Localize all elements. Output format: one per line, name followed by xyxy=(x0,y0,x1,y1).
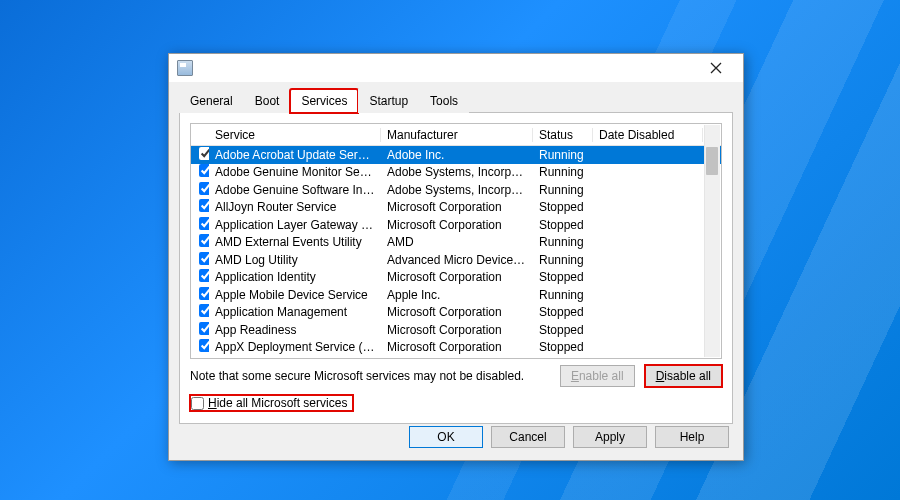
cell-status: Running xyxy=(533,183,593,197)
services-panel: Service Manufacturer Status Date Disable… xyxy=(179,113,733,424)
tab-general[interactable]: General xyxy=(179,89,244,113)
row-checkbox[interactable] xyxy=(199,252,209,265)
cell-manufacturer: Microsoft Corporation xyxy=(381,305,533,319)
table-row[interactable]: Adobe Genuine Software Integri...Adobe S… xyxy=(191,181,721,199)
row-checkbox[interactable] xyxy=(199,322,209,335)
col-manufacturer[interactable]: Manufacturer xyxy=(381,128,533,142)
table-row[interactable]: AMD External Events UtilityAMDRunning xyxy=(191,234,721,252)
enable-all-button[interactable]: Enable all xyxy=(560,365,635,387)
cell-status: Stopped xyxy=(533,270,593,284)
list-header: Service Manufacturer Status Date Disable… xyxy=(191,124,721,146)
close-icon xyxy=(710,62,722,74)
tab-boot[interactable]: Boot xyxy=(244,89,291,113)
tab-startup[interactable]: Startup xyxy=(358,89,419,113)
row-checkbox[interactable] xyxy=(199,147,209,160)
list-body: Adobe Acrobat Update ServiceAdobe Inc.Ru… xyxy=(191,146,721,358)
row-checkbox[interactable] xyxy=(199,287,209,300)
cell-manufacturer: Adobe Inc. xyxy=(381,148,533,162)
cell-manufacturer: Microsoft Corporation xyxy=(381,270,533,284)
row-checkbox[interactable] xyxy=(199,234,209,247)
row-checkbox[interactable] xyxy=(199,269,209,282)
cell-service: AMD Log Utility xyxy=(209,253,381,267)
table-row[interactable]: AppX Deployment Service (AppX...Microsof… xyxy=(191,339,721,357)
cell-service: Application Management xyxy=(209,305,381,319)
cell-status: Running xyxy=(533,235,593,249)
table-row[interactable]: Adobe Acrobat Update ServiceAdobe Inc.Ru… xyxy=(191,146,721,164)
row-checkbox[interactable] xyxy=(199,339,209,352)
cell-manufacturer: Apple Inc. xyxy=(381,288,533,302)
col-date-disabled[interactable]: Date Disabled xyxy=(593,128,703,142)
cell-service: AMD External Events Utility xyxy=(209,235,381,249)
app-icon xyxy=(177,60,193,76)
cell-manufacturer: Microsoft Corporation xyxy=(381,323,533,337)
cell-manufacturer: Microsoft Corporation xyxy=(381,200,533,214)
col-service[interactable]: Service xyxy=(209,128,381,142)
cell-status: Stopped xyxy=(533,305,593,319)
cell-status: Running xyxy=(533,165,593,179)
services-list: Service Manufacturer Status Date Disable… xyxy=(190,123,722,359)
row-checkbox[interactable] xyxy=(199,199,209,212)
row-checkbox[interactable] xyxy=(199,217,209,230)
row-checkbox[interactable] xyxy=(199,182,209,195)
tab-services[interactable]: Services xyxy=(290,89,358,113)
scrollbar[interactable] xyxy=(704,125,720,357)
cell-service: AppX Deployment Service (AppX... xyxy=(209,340,381,354)
cell-service: Adobe Genuine Monitor Service xyxy=(209,165,381,179)
table-row[interactable]: App ReadinessMicrosoft CorporationStoppe… xyxy=(191,321,721,339)
cancel-button[interactable]: Cancel xyxy=(491,426,565,448)
close-button[interactable] xyxy=(697,57,735,79)
cell-service: Application Layer Gateway Service xyxy=(209,218,381,232)
note-text: Note that some secure Microsoft services… xyxy=(190,369,550,383)
table-row[interactable]: Application ManagementMicrosoft Corporat… xyxy=(191,304,721,322)
cell-manufacturer: Adobe Systems, Incorpora... xyxy=(381,165,533,179)
hide-ms-services-checkbox[interactable] xyxy=(191,397,204,410)
cell-service: Application Identity xyxy=(209,270,381,284)
cell-manufacturer: Advanced Micro Devices, I... xyxy=(381,253,533,267)
disable-all-button[interactable]: Disable all xyxy=(645,365,722,387)
cell-service: Adobe Acrobat Update Service xyxy=(209,148,381,162)
msconfig-dialog: GeneralBootServicesStartupTools Service … xyxy=(168,53,744,461)
help-button[interactable]: Help xyxy=(655,426,729,448)
table-row[interactable]: Application IdentityMicrosoft Corporatio… xyxy=(191,269,721,287)
tab-tools[interactable]: Tools xyxy=(419,89,469,113)
cell-status: Stopped xyxy=(533,200,593,214)
cell-service: App Readiness xyxy=(209,323,381,337)
cell-status: Running xyxy=(533,253,593,267)
cell-status: Running xyxy=(533,148,593,162)
table-row[interactable]: AllJoyn Router ServiceMicrosoft Corporat… xyxy=(191,199,721,217)
cell-status: Stopped xyxy=(533,340,593,354)
row-checkbox[interactable] xyxy=(199,304,209,317)
tab-bar: GeneralBootServicesStartupTools xyxy=(179,88,733,113)
cell-service: AllJoyn Router Service xyxy=(209,200,381,214)
apply-button[interactable]: Apply xyxy=(573,426,647,448)
cell-service: Apple Mobile Device Service xyxy=(209,288,381,302)
table-row[interactable]: Adobe Genuine Monitor ServiceAdobe Syste… xyxy=(191,164,721,182)
cell-status: Stopped xyxy=(533,218,593,232)
dialog-footer: OK Cancel Apply Help xyxy=(409,426,729,448)
scrollbar-thumb[interactable] xyxy=(706,147,718,175)
cell-status: Running xyxy=(533,288,593,302)
cell-manufacturer: Microsoft Corporation xyxy=(381,340,533,354)
titlebar xyxy=(169,54,743,82)
cell-service: Adobe Genuine Software Integri... xyxy=(209,183,381,197)
cell-status: Stopped xyxy=(533,323,593,337)
col-status[interactable]: Status xyxy=(533,128,593,142)
row-checkbox[interactable] xyxy=(199,164,209,177)
table-row[interactable]: AMD Log UtilityAdvanced Micro Devices, I… xyxy=(191,251,721,269)
cell-manufacturer: Microsoft Corporation xyxy=(381,218,533,232)
cell-manufacturer: Adobe Systems, Incorpora... xyxy=(381,183,533,197)
table-row[interactable]: Application Layer Gateway ServiceMicroso… xyxy=(191,216,721,234)
cell-manufacturer: AMD xyxy=(381,235,533,249)
table-row[interactable]: Apple Mobile Device ServiceApple Inc.Run… xyxy=(191,286,721,304)
ok-button[interactable]: OK xyxy=(409,426,483,448)
hide-ms-services-label[interactable]: Hide all Microsoft services xyxy=(190,395,353,411)
